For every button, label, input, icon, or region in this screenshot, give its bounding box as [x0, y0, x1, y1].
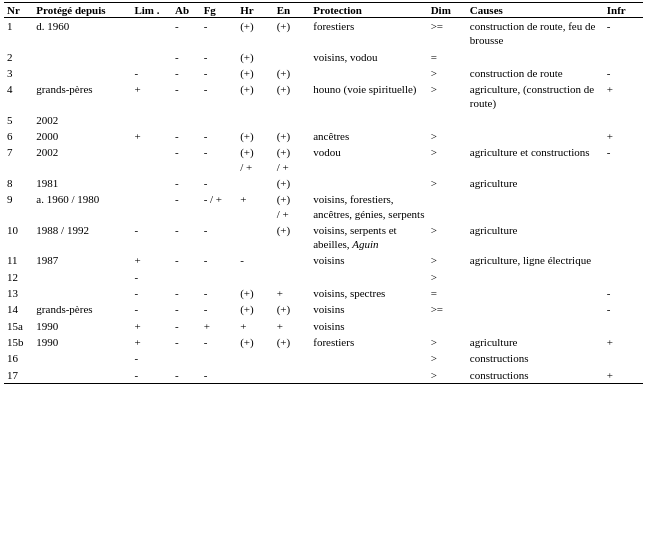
cell-causes: agriculture: [467, 222, 604, 253]
cell-protection: voisins: [310, 252, 427, 268]
cell-fg: -: [201, 285, 238, 301]
cell-fg: -: [201, 18, 238, 49]
cell-protection: forestiers: [310, 18, 427, 49]
cell-ab: [172, 269, 201, 285]
cell-infr: [604, 112, 643, 128]
table-row: 15a1990+-+++voisins: [4, 318, 643, 334]
cell-protege: 1987: [33, 252, 131, 268]
cell-lim: +: [131, 252, 172, 268]
cell-infr: +: [604, 81, 643, 112]
cell-protege: [33, 49, 131, 65]
cell-en: +: [274, 285, 311, 301]
cell-causes: agriculture, (construction de route): [467, 81, 604, 112]
cell-dim: =: [428, 285, 467, 301]
cell-ab: -: [172, 18, 201, 49]
header-dim: Dim: [428, 3, 467, 18]
cell-protege: [33, 65, 131, 81]
cell-dim: [428, 191, 467, 222]
cell-nr: 6: [4, 128, 33, 144]
cell-nr: 16: [4, 350, 33, 366]
cell-dim: >: [428, 81, 467, 112]
table-row: 15b1990+--(+)(+)forestiers>agriculture+: [4, 334, 643, 350]
cell-ab: -: [172, 285, 201, 301]
cell-causes: construction de route, feu de brousse: [467, 18, 604, 49]
cell-ab: -: [172, 175, 201, 191]
cell-protection: voisins: [310, 301, 427, 317]
cell-infr: [604, 350, 643, 366]
cell-fg: -: [201, 334, 238, 350]
cell-causes: [467, 112, 604, 128]
header-lim: Lim .: [131, 3, 172, 18]
cell-infr: +: [604, 367, 643, 384]
cell-nr: 9: [4, 191, 33, 222]
cell-protege: [33, 350, 131, 366]
cell-ab: -: [172, 334, 201, 350]
cell-ab: -: [172, 81, 201, 112]
cell-protege: [33, 285, 131, 301]
cell-nr: 15b: [4, 334, 33, 350]
cell-protection: [310, 269, 427, 285]
cell-hr: -: [237, 252, 274, 268]
cell-dim: >: [428, 144, 467, 175]
cell-ab: -: [172, 128, 201, 144]
cell-ab: -: [172, 49, 201, 65]
cell-fg: +: [201, 318, 238, 334]
cell-infr: [604, 175, 643, 191]
cell-protege: grands-pères: [33, 301, 131, 317]
cell-dim: >: [428, 175, 467, 191]
cell-nr: 3: [4, 65, 33, 81]
cell-hr: +: [237, 191, 274, 222]
cell-fg: [201, 350, 238, 366]
main-table-container: Nr Protégé depuis Lim . Ab Fg Hr En Prot…: [0, 0, 647, 386]
cell-protection: voisins, serpents et abeilles, Aguin: [310, 222, 427, 253]
table-row: 4grands-pères+--(+)(+)houno (voie spirit…: [4, 81, 643, 112]
cell-protection: voisins: [310, 318, 427, 334]
cell-protege: 1988 / 1992: [33, 222, 131, 253]
cell-protege: 2002: [33, 144, 131, 175]
cell-dim: >: [428, 367, 467, 384]
table-row: 3---(+)(+)>construction de route-: [4, 65, 643, 81]
cell-protection: voisins, vodou: [310, 49, 427, 65]
cell-nr: 17: [4, 367, 33, 384]
cell-fg: -: [201, 175, 238, 191]
cell-nr: 11: [4, 252, 33, 268]
cell-lim: [131, 49, 172, 65]
cell-hr: +: [237, 318, 274, 334]
cell-infr: +: [604, 334, 643, 350]
cell-infr: [604, 191, 643, 222]
cell-causes: constructions: [467, 350, 604, 366]
cell-hr: (+): [237, 301, 274, 317]
cell-hr: [237, 175, 274, 191]
table-row: 62000+--(+)(+)ancêtres>+: [4, 128, 643, 144]
cell-protection: [310, 350, 427, 366]
cell-lim: -: [131, 65, 172, 81]
cell-protege: 1990: [33, 318, 131, 334]
cell-lim: [131, 191, 172, 222]
cell-causes: [467, 128, 604, 144]
cell-hr: (+): [237, 65, 274, 81]
cell-dim: =: [428, 49, 467, 65]
cell-infr: -: [604, 18, 643, 49]
cell-fg: [201, 269, 238, 285]
cell-hr: [237, 350, 274, 366]
cell-protection: [310, 112, 427, 128]
cell-fg: -: [201, 144, 238, 175]
header-causes: Causes: [467, 3, 604, 18]
cell-fg: -: [201, 252, 238, 268]
cell-dim: >=: [428, 18, 467, 49]
cell-lim: [131, 112, 172, 128]
cell-causes: [467, 269, 604, 285]
cell-fg: [201, 112, 238, 128]
cell-protection: ancêtres: [310, 128, 427, 144]
cell-hr: [237, 222, 274, 253]
cell-causes: [467, 285, 604, 301]
cell-infr: [604, 252, 643, 268]
cell-hr: (+): [237, 285, 274, 301]
cell-lim: +: [131, 334, 172, 350]
cell-en: (+): [274, 222, 311, 253]
cell-protege: 2002: [33, 112, 131, 128]
cell-en: (+): [274, 65, 311, 81]
cell-lim: -: [131, 301, 172, 317]
cell-infr: -: [604, 144, 643, 175]
cell-lim: -: [131, 367, 172, 384]
